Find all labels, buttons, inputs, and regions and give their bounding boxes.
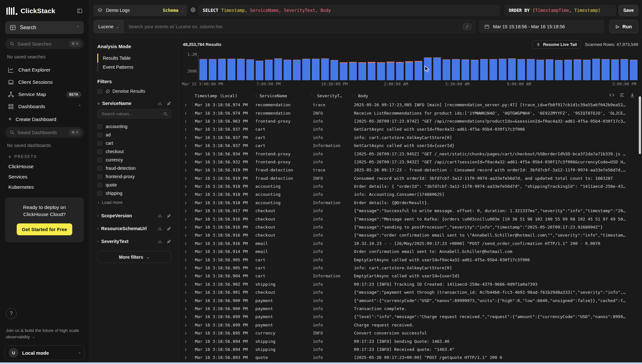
histogram-bar[interactable] — [265, 60, 273, 80]
table-row[interactable]: ❯Mar 16 3:18:56.899 PMpaymentinfo{"level… — [179, 313, 637, 321]
table-row[interactable]: ❯Mar 16 3:18:56.919 PMfraud-detectiontra… — [179, 166, 637, 174]
histogram-bar[interactable] — [368, 62, 375, 80]
histogram-bar[interactable] — [508, 58, 516, 80]
histogram-bar[interactable] — [377, 62, 385, 80]
select-clause-input[interactable]: SELECT Timestamp, ServiceName, SeverityT… — [198, 5, 500, 16]
table-row[interactable]: ❯Mar 16 3:18:56.900 PMpaymentinfo{"amoun… — [179, 296, 637, 304]
histogram-bar[interactable] — [218, 59, 226, 80]
denoise-checkbox[interactable] — [97, 89, 102, 94]
table-row[interactable]: ❯Mar 16 3:18:56.963 PMfrontend-proxyinfo… — [179, 117, 637, 125]
table-row[interactable]: ❯Mar 16 3:18:56.904 PMcartInformationEmp… — [179, 272, 637, 280]
table-row[interactable]: ❯Mar 16 3:18:56.918 PMaccountinginfoOrde… — [179, 182, 637, 190]
histogram-bar[interactable] — [424, 57, 432, 80]
histogram-bar[interactable] — [602, 59, 609, 80]
drag-handle-icon[interactable]: ⋮⋮ — [252, 94, 258, 97]
histogram-bar[interactable] — [462, 59, 469, 80]
table-row[interactable]: ❯Mar 16 3:18:56.916 PMcheckoutinfo{"mess… — [179, 231, 637, 239]
service-filter-frontend-proxy[interactable]: frontend-proxy — [97, 172, 171, 181]
histogram-bar[interactable] — [489, 59, 497, 80]
events-histogram[interactable]: 1.2M 300K Mar 15 3:00:00 PM7:00:00 PM10:… — [183, 51, 638, 86]
histogram-bar[interactable] — [536, 60, 544, 80]
expand-row-icon[interactable]: ❯ — [179, 282, 193, 286]
service-filter-ad[interactable]: ad — [97, 131, 171, 139]
column-header-servicename[interactable]: ⋮⋮ServiceName — [250, 93, 307, 98]
preset-clickhouse[interactable]: ClickHouse — [4, 161, 84, 172]
expand-row-icon[interactable]: ❯ — [179, 290, 193, 294]
expand-row-icon[interactable]: ❯ — [179, 348, 193, 351]
checkbox[interactable] — [97, 149, 102, 154]
get-started-button[interactable]: Get Started for Free — [17, 223, 72, 235]
histogram-bar[interactable] — [284, 60, 291, 80]
help-button[interactable]: ? — [6, 308, 17, 319]
table-row[interactable]: ❯Mar 16 3:18:56.894 PMshippinginfo09:17:… — [179, 345, 637, 353]
table-row[interactable]: ❯Mar 16 3:18:56.905 PMcartinfoinfo: cart… — [179, 264, 637, 272]
expand-row-icon[interactable]: ❯ — [179, 103, 193, 107]
histogram-bar[interactable] — [330, 60, 338, 80]
expand-row-icon[interactable]: ❯ — [179, 323, 193, 327]
facet-chart-icon[interactable] — [158, 213, 163, 218]
table-row[interactable]: ❯Mar 16 3:18:56.916 PMcheckoutinfo{"mess… — [179, 223, 637, 231]
preset-services[interactable]: Services — [4, 172, 84, 182]
run-button[interactable]: ▷ Run — [609, 20, 638, 33]
histogram-bar[interactable] — [274, 58, 282, 80]
histogram-bar[interactable] — [564, 60, 572, 80]
histogram-bar[interactable] — [574, 59, 581, 80]
service-filter-quote[interactable]: quote — [97, 181, 171, 189]
expand-row-icon[interactable]: ❯ — [179, 225, 193, 229]
expand-row-icon[interactable]: ❯ — [179, 356, 193, 359]
table-row[interactable]: ❯Mar 16 3:18:56.899 PMpaymentinfoCharge … — [179, 321, 637, 329]
sidebar-item-chart-explorer[interactable]: Chart Explorer — [4, 64, 84, 76]
pin-icon[interactable] — [166, 239, 171, 244]
table-row[interactable]: ❯Mar 16 3:18:56.914 PMemailinfoOrder con… — [179, 247, 637, 256]
local-mode-button[interactable]: U Local mode › — [4, 345, 84, 360]
histogram-bar[interactable] — [405, 61, 413, 80]
histogram-bar[interactable] — [293, 60, 301, 80]
histogram-bar[interactable] — [611, 59, 619, 80]
histogram-bar[interactable] — [555, 60, 563, 80]
histogram-bar[interactable] — [256, 61, 263, 80]
expand-row-icon[interactable]: ❯ — [179, 193, 193, 196]
facet-servicename[interactable]: ∨ ServiceName — [97, 101, 171, 106]
date-range-picker[interactable]: Mar 15 15:18:56 - Mar 16 15:18:56 — [479, 20, 604, 33]
table-row[interactable]: ❯Mar 16 3:18:56.916 PMcheckoutinfo{"mess… — [179, 215, 637, 223]
histogram-bar[interactable] — [349, 62, 357, 80]
expand-row-icon[interactable]: ❯ — [179, 266, 193, 270]
sidebar-item-dashboards[interactable]: Dashboards ⌃ — [4, 100, 84, 113]
expand-row-icon[interactable]: ❯ — [179, 233, 193, 237]
histogram-bar[interactable] — [480, 59, 488, 80]
facet-chart-icon[interactable] — [158, 226, 163, 231]
histogram-bar[interactable] — [592, 59, 600, 80]
pin-icon[interactable] — [166, 226, 171, 231]
checkbox[interactable] — [97, 158, 102, 162]
expand-row-icon[interactable]: ❯ — [179, 258, 193, 262]
expand-row-icon[interactable]: ❯ — [179, 209, 193, 212]
expand-row-icon[interactable]: ❯ — [179, 119, 193, 123]
facet-severitytext[interactable]: ›SeverityText — [97, 235, 171, 248]
service-filter-cart[interactable]: cart — [97, 139, 171, 147]
create-dashboard-button[interactable]: + Create Dashboard — [4, 113, 84, 126]
presets-header[interactable]: ∨ PRESETS — [4, 152, 84, 161]
table-row[interactable]: ❯Mar 16 3:18:56.902 PMshippinginfo09:17:… — [179, 280, 637, 288]
table-row[interactable]: ❯Mar 16 3:18:56.905 PMcartinfoEmptyCartA… — [179, 256, 637, 264]
service-filter-currency[interactable]: currency — [97, 156, 171, 164]
expand-row-icon[interactable]: ❯ — [179, 274, 193, 278]
histogram-bar[interactable] — [358, 62, 366, 80]
table-row[interactable]: ❯Mar 16 3:18:56.974 PMrecommendationtrac… — [179, 101, 637, 109]
table-row[interactable]: ❯Mar 16 3:18:56.916 PMemailinfo10.32.10.… — [179, 239, 637, 247]
facet-scopeversion[interactable]: ›ScopeVersion — [97, 209, 171, 222]
histogram-bar[interactable] — [302, 59, 310, 80]
drag-handle-icon[interactable]: ⋮⋮ — [351, 94, 356, 97]
drag-handle-icon[interactable]: ⋮⋮ — [310, 94, 315, 97]
expand-row-icon[interactable]: ❯ — [179, 144, 193, 147]
histogram-bar[interactable] — [246, 59, 254, 80]
service-filter-accounting[interactable]: accounting — [97, 122, 171, 131]
pin-icon[interactable] — [166, 213, 171, 218]
checkbox[interactable] — [97, 133, 102, 137]
mode-results-table[interactable]: Results Table — [97, 54, 171, 63]
expand-row-icon[interactable]: ❯ — [179, 168, 193, 172]
expand-row-icon[interactable]: ❯ — [179, 340, 193, 343]
table-row[interactable]: ❯Mar 16 3:18:56.932 PMfrontend-proxyinfo… — [179, 158, 637, 166]
histogram-bar[interactable] — [237, 59, 245, 80]
table-row[interactable]: ❯Mar 16 3:18:56.974 PMrecommendationINFO… — [179, 109, 637, 117]
gear-icon[interactable] — [190, 7, 196, 13]
